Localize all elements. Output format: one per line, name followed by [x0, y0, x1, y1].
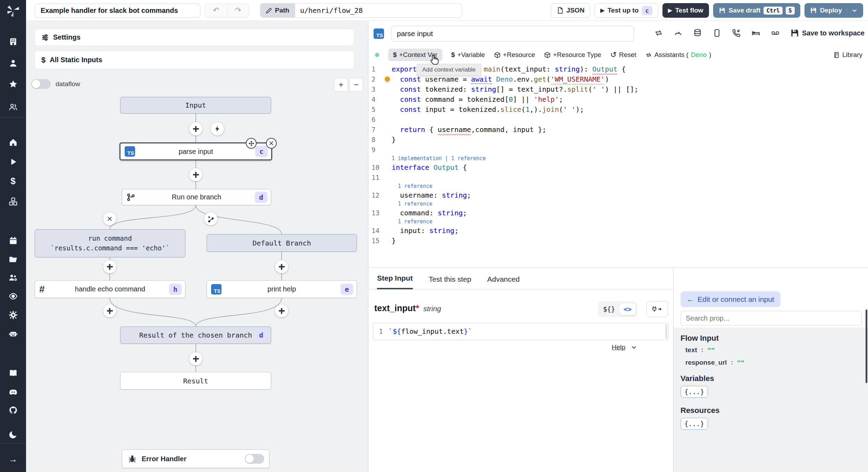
folders-icon[interactable]: [0, 251, 26, 267]
reset-button[interactable]: ↺Reset: [610, 50, 636, 59]
node-handle-echo-command[interactable]: # handle echo command h: [35, 280, 185, 298]
node-parse-input[interactable]: TS parse input c: [119, 142, 272, 160]
path-field[interactable]: Path u/henri/flow_28: [260, 3, 462, 18]
undo-button[interactable]: ↶: [205, 3, 227, 17]
refresh-icon: [645, 52, 652, 58]
expression-editor[interactable]: 1 `${flow_input.text}`: [373, 323, 669, 340]
add-step-button[interactable]: [189, 352, 202, 365]
voicemail-icon[interactable]: [771, 28, 780, 38]
edit-or-connect-button[interactable]: ← Edit or connect an input: [681, 291, 781, 307]
static-mode-button[interactable]: ${}: [599, 303, 619, 315]
add-branch-button[interactable]: [204, 212, 217, 225]
dark-mode-moon-icon[interactable]: [0, 427, 26, 442]
resources-object-chip[interactable]: {...}: [681, 418, 708, 430]
redo-button[interactable]: ↷: [227, 3, 249, 17]
scrollbar[interactable]: [665, 324, 667, 339]
home-icon[interactable]: [0, 135, 26, 150]
settings-gear-icon[interactable]: [0, 307, 26, 323]
help-link[interactable]: Help: [612, 343, 625, 351]
chevron-down-icon[interactable]: [631, 344, 637, 350]
audit-eye-icon[interactable]: [0, 289, 26, 304]
path-value[interactable]: u/henri/flow_28: [295, 3, 462, 18]
schedules-calendar-icon[interactable]: [0, 233, 26, 248]
docs-book-icon[interactable]: [0, 365, 26, 381]
connect-input-button[interactable]: [646, 301, 668, 317]
runs-play-icon[interactable]: [0, 154, 26, 169]
expr-mode-button[interactable]: <>: [619, 303, 636, 315]
groups-settings-icon[interactable]: [0, 270, 26, 285]
typescript-icon: TS: [374, 28, 384, 39]
search-prop-input[interactable]: [681, 311, 862, 325]
test-flow-button[interactable]: ▶ Test flow: [662, 3, 709, 18]
github-icon[interactable]: [0, 403, 26, 418]
bed-icon[interactable]: [751, 28, 760, 38]
json-button[interactable]: JSON: [551, 3, 591, 18]
node-default-branch[interactable]: Default Branch: [207, 234, 357, 252]
user-icon[interactable]: [0, 56, 26, 71]
deploy-button[interactable]: Deploy: [804, 3, 863, 18]
library-button[interactable]: Library: [833, 51, 862, 59]
tab-advanced[interactable]: Advanced: [487, 275, 519, 289]
codelens[interactable]: 1 reference: [369, 182, 868, 190]
node-input[interactable]: Input: [120, 97, 271, 114]
flow-title-input[interactable]: [35, 3, 200, 18]
codelens[interactable]: 1 implementation | 1 reference: [369, 155, 868, 162]
codelens[interactable]: 1 reference: [369, 218, 868, 225]
workspace-building-icon[interactable]: [0, 34, 26, 49]
code-editor[interactable]: 1export async function main(text_input: …: [369, 64, 868, 246]
delete-step-button[interactable]: [266, 138, 277, 149]
add-step-button[interactable]: [189, 168, 202, 181]
error-handler-toggle[interactable]: [245, 454, 264, 464]
save-to-workspace-button[interactable]: Save to workspace: [790, 28, 865, 38]
line-number: 13: [369, 209, 384, 217]
code-line: 15}: [369, 235, 868, 246]
repeat-icon[interactable]: [654, 28, 663, 38]
chevron-down-icon[interactable]: [851, 7, 858, 14]
save-draft-button[interactable]: Save draft Ctrl S: [713, 3, 800, 18]
node-run-one-branch[interactable]: Run one branch d: [122, 189, 271, 205]
test-up-to-button[interactable]: ▶ Test up to c: [594, 3, 658, 18]
discord-icon[interactable]: [0, 384, 26, 400]
move-step-button[interactable]: [246, 138, 257, 149]
node-result[interactable]: Result: [120, 372, 271, 390]
mobile-icon[interactable]: [712, 28, 721, 38]
gauge-icon[interactable]: [674, 28, 683, 38]
phone-incoming-icon[interactable]: [732, 28, 741, 38]
step-name-input[interactable]: [391, 26, 634, 42]
flow-graph: Input TS parse input c Run one branch d: [26, 21, 368, 472]
line-number: 14: [369, 227, 384, 234]
tab-step-input[interactable]: Step Input: [377, 274, 413, 289]
error-handler-row[interactable]: Error Handler: [122, 449, 269, 468]
add-step-button[interactable]: [103, 260, 116, 273]
users-group-icon[interactable]: [0, 99, 26, 115]
prop-row[interactable]: text:"": [685, 346, 868, 354]
assistants-button[interactable]: Assistants (Deno): [645, 51, 711, 59]
add-step-button[interactable]: [275, 304, 288, 317]
workers-robot-icon[interactable]: [0, 326, 26, 341]
tab-test-this-step[interactable]: Test this step: [429, 275, 471, 289]
line-number: 8: [369, 136, 384, 143]
add-step-button[interactable]: [275, 260, 288, 273]
node-branch-result[interactable]: Result of the chosen branch d: [120, 326, 271, 344]
node-run-command-branch[interactable]: run command `results.c.command === 'echo…: [35, 229, 185, 257]
variables-dollar-icon[interactable]: $: [0, 173, 26, 189]
add-variable-button[interactable]: $+Variable: [451, 51, 485, 59]
lightbulb-icon[interactable]: [385, 76, 390, 82]
resources-boxes-icon[interactable]: [0, 194, 26, 209]
prop-row[interactable]: response_url:"": [685, 359, 868, 366]
add-step-button[interactable]: [189, 122, 202, 135]
star-icon[interactable]: [0, 76, 26, 92]
windmill-logo[interactable]: [0, 0, 26, 21]
remove-branch-button[interactable]: [103, 212, 116, 225]
codelens[interactable]: 1 reference: [369, 200, 868, 208]
add-step-button[interactable]: [103, 304, 116, 317]
scrollbar[interactable]: [866, 309, 867, 383]
database-icon[interactable]: [693, 28, 702, 38]
code-line: 12 username: string;: [369, 190, 868, 200]
add-resource-type-button[interactable]: +Resource Type: [544, 51, 601, 59]
add-resource-button[interactable]: +Resource: [494, 51, 535, 59]
variables-object-chip[interactable]: {...}: [681, 386, 708, 398]
collapse-arrow-right-icon[interactable]: →: [0, 452, 26, 467]
trigger-bolt-button[interactable]: [211, 122, 224, 135]
node-print-help[interactable]: TS print help e: [207, 280, 357, 298]
